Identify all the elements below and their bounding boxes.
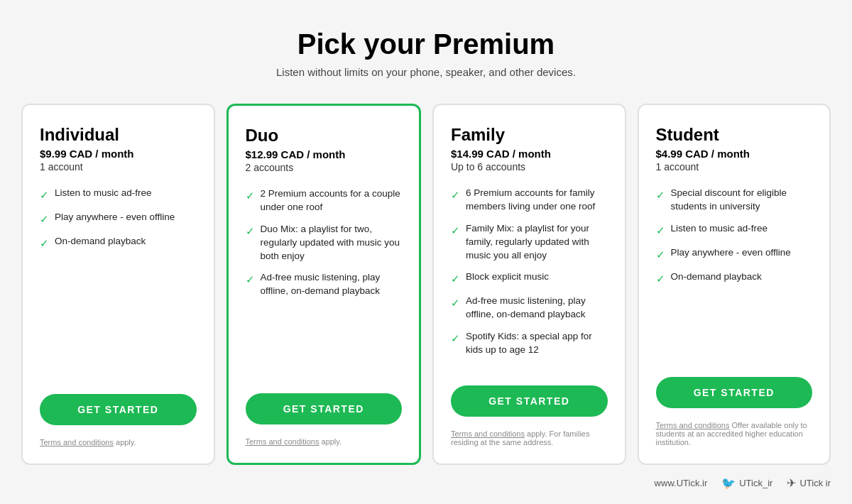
- plan-name: Student: [656, 125, 813, 145]
- feature-item: ✓ Duo Mix: a playlist for two, regularly…: [246, 223, 403, 263]
- plan-card-family: Family $14.99 CAD / month Up to 6 accoun…: [432, 104, 626, 465]
- plan-accounts: 1 account: [656, 161, 813, 172]
- check-icon: ✓: [656, 187, 665, 202]
- check-icon: ✓: [246, 224, 255, 239]
- feature-item: ✓ On-demand playback: [40, 235, 197, 251]
- feature-item: ✓ On-demand playback: [656, 270, 813, 286]
- feature-item: ✓ Block explicit music: [451, 270, 608, 286]
- plan-name: Family: [451, 125, 608, 145]
- plan-price: $4.99 CAD / month: [656, 148, 813, 160]
- feature-item: ✓ Ad-free music listening, play offline,…: [451, 295, 608, 322]
- plan-card-student: Student $4.99 CAD / month 1 account ✓ Sp…: [638, 104, 831, 465]
- plan-card-duo: Duo $12.99 CAD / month 2 accounts ✓ 2 Pr…: [226, 104, 422, 465]
- check-icon: ✓: [246, 272, 255, 287]
- terms-link[interactable]: Terms and conditions: [40, 438, 114, 447]
- check-icon: ✓: [40, 212, 49, 226]
- feature-item: ✓ Play anywhere - even offline: [656, 246, 813, 262]
- plan-name: Individual: [40, 125, 197, 145]
- check-icon: ✓: [451, 295, 460, 310]
- feature-item: ✓ Special discount for eligible students…: [656, 187, 813, 214]
- check-icon: ✓: [246, 188, 255, 203]
- telegram-icon: ✈: [787, 476, 796, 490]
- footer-twitter: 🐦 UTick_ir: [721, 476, 772, 490]
- feature-item: ✓ Ad-free music listening, play offline,…: [246, 271, 403, 298]
- feature-item: ✓ Play anywhere - even offline: [40, 211, 197, 226]
- get-started-button[interactable]: GET STARTED: [451, 385, 608, 417]
- check-icon: ✓: [40, 187, 49, 202]
- plan-accounts: 2 accounts: [246, 162, 403, 173]
- terms-text: Terms and conditions Offer available onl…: [656, 421, 813, 447]
- footer-bar: www.UTick.ir 🐦 UTick_ir ✈ UTick ir: [21, 476, 831, 490]
- feature-item: ✓ Family Mix: a playlist for your family…: [451, 222, 608, 263]
- terms-link[interactable]: Terms and conditions: [246, 437, 320, 446]
- page-header: Pick your Premium Listen without limits …: [276, 28, 576, 78]
- check-icon: ✓: [451, 271, 460, 286]
- feature-item: ✓ Listen to music ad-free: [40, 187, 197, 202]
- get-started-button[interactable]: GET STARTED: [656, 377, 813, 408]
- check-icon: ✓: [451, 187, 460, 202]
- feature-item: ✓ Listen to music ad-free: [656, 222, 813, 238]
- features-list: ✓ 6 Premium accounts for family members …: [451, 187, 608, 366]
- get-started-button[interactable]: GET STARTED: [40, 394, 197, 425]
- get-started-button[interactable]: GET STARTED: [246, 393, 403, 424]
- terms-text: Terms and conditions apply. For families…: [451, 429, 608, 447]
- features-list: ✓ Listen to music ad-free ✓ Play anywher…: [40, 187, 197, 374]
- feature-item: ✓ 6 Premium accounts for family members …: [451, 187, 608, 214]
- twitter-icon: 🐦: [721, 476, 736, 490]
- footer-telegram: ✈ UTick ir: [787, 476, 831, 490]
- check-icon: ✓: [656, 247, 665, 262]
- plan-accounts: Up to 6 accounts: [451, 161, 608, 172]
- features-list: ✓ Special discount for eligible students…: [656, 187, 813, 357]
- check-icon: ✓: [656, 223, 665, 238]
- footer-website: www.UTick.ir: [655, 478, 708, 488]
- check-icon: ✓: [451, 223, 460, 238]
- check-icon: ✓: [451, 331, 460, 346]
- plans-container: Individual $9.99 CAD / month 1 account ✓…: [21, 104, 831, 465]
- check-icon: ✓: [40, 236, 49, 251]
- terms-text: Terms and conditions apply.: [246, 437, 403, 446]
- plan-card-individual: Individual $9.99 CAD / month 1 account ✓…: [21, 104, 215, 465]
- page-title: Pick your Premium: [276, 28, 576, 60]
- plan-price: $12.99 CAD / month: [246, 148, 403, 160]
- feature-item: ✓ 2 Premium accounts for a couple under …: [246, 187, 403, 214]
- check-icon: ✓: [656, 271, 665, 286]
- plan-name: Duo: [246, 126, 403, 146]
- plan-accounts: 1 account: [40, 161, 197, 172]
- features-list: ✓ 2 Premium accounts for a couple under …: [246, 187, 403, 373]
- page-subtitle: Listen without limits on your phone, spe…: [276, 66, 576, 78]
- plan-price: $14.99 CAD / month: [451, 148, 608, 160]
- feature-item: ✓ Spotify Kids: a special app for kids u…: [451, 330, 608, 357]
- terms-link[interactable]: Terms and conditions: [656, 421, 730, 429]
- terms-link[interactable]: Terms and conditions: [451, 429, 525, 438]
- plan-price: $9.99 CAD / month: [40, 148, 197, 160]
- terms-text: Terms and conditions apply.: [40, 438, 197, 447]
